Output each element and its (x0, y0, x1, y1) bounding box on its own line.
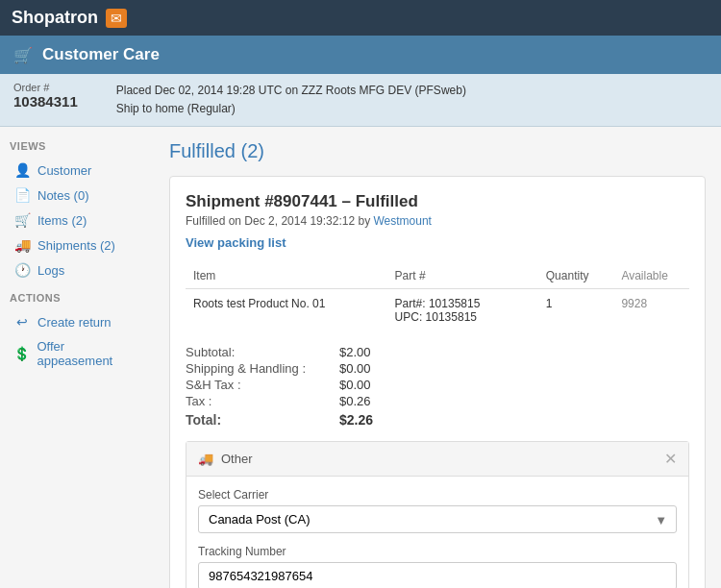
shipping-value: $0.00 (339, 361, 371, 376)
col-header-avail: Available (613, 263, 689, 289)
carrier-label: Select Carrier (198, 488, 677, 502)
subtotal-value: $2.00 (339, 345, 371, 359)
sidebar-item-shipments[interactable]: 🚚 Shipments (2) (10, 233, 144, 257)
totals-sh-tax: S&H Tax : $0.00 (186, 378, 689, 392)
header-title: Customer Care (42, 45, 160, 64)
shipment-sub: Fulfilled on Dec 2, 2014 19:32:12 by Wes… (186, 214, 689, 228)
part-line2: UPC: 10135815 (395, 310, 531, 324)
sidebar-items-label: Items (2) (37, 213, 87, 228)
cell-part: Part#: 10135815 UPC: 10135815 (387, 289, 538, 332)
fulfilled-text: Fulfilled on Dec 2, 2014 19:32:12 by (186, 214, 373, 228)
carrier-select-wrapper: Canada Post (CA) UPS FedEx DHL ▼ (198, 505, 677, 533)
sidebar-item-notes[interactable]: 📄 Notes (0) (10, 183, 144, 208)
totals-shipping: Shipping & Handling : $0.00 (186, 361, 689, 376)
cart-icon: 🛒 (13, 46, 33, 64)
sidebar-item-logs[interactable]: 🕐 Logs (10, 257, 144, 282)
cell-quantity: 1 (538, 289, 614, 332)
content-area: Fulfilled (2) Shipment #8907441 – Fulfil… (154, 127, 721, 588)
tax-value: $0.26 (339, 394, 371, 408)
shipping-label: Shipping & Handling : (186, 361, 339, 376)
subtotal-label: Subtotal: (186, 345, 339, 359)
notes-icon: 📄 (13, 187, 31, 203)
other-label: Other (221, 452, 253, 466)
sidebar-item-offer-appeasement[interactable]: 💲 Offer appeasement (10, 334, 144, 373)
cell-available: 9928 (613, 289, 689, 332)
col-header-part: Part # (387, 263, 538, 289)
col-header-item: Item (186, 263, 387, 289)
create-return-icon: ↩ (13, 314, 31, 330)
top-bar: Shopatron ✉ (0, 0, 721, 36)
shipment-title: Shipment #8907441 – Fulfilled (186, 192, 689, 211)
placed-text: Placed Dec 02, 2014 19:28 UTC on ZZZ Roo… (116, 82, 466, 100)
ship-text: Ship to home (Regular) (116, 100, 466, 118)
main-layout: VIEWS 👤 Customer 📄 Notes (0) 🛒 Items (2)… (0, 127, 721, 588)
totals-subtotal: Subtotal: $2.00 (186, 345, 689, 359)
sidebar-item-customer[interactable]: 👤 Customer (10, 158, 144, 183)
total-value: $2.26 (339, 412, 373, 428)
items-table: Item Part # Quantity Available Roots tes… (186, 263, 689, 331)
totals-section: Subtotal: $2.00 Shipping & Handling : $0… (186, 345, 689, 428)
other-body: Select Carrier Canada Post (CA) UPS FedE… (186, 477, 688, 588)
sidebar-item-create-return[interactable]: ↩ Create return (10, 309, 144, 334)
tracking-input[interactable] (198, 562, 677, 588)
logo-text: Shopatron (12, 8, 98, 28)
logs-icon: 🕐 (13, 262, 31, 278)
sidebar-create-return-label: Create return (37, 315, 112, 330)
cell-item-name: Roots test Product No. 01 (186, 289, 387, 332)
sh-tax-value: $0.00 (339, 378, 371, 392)
other-section: 🚚 Other ✕ Select Carrier Canada Post (CA… (186, 441, 689, 588)
shipments-icon: 🚚 (13, 237, 31, 253)
sh-tax-label: S&H Tax : (186, 378, 339, 392)
other-header: 🚚 Other ✕ (186, 442, 688, 477)
carrier-select[interactable]: Canada Post (CA) UPS FedEx DHL (198, 505, 677, 533)
other-close-button[interactable]: ✕ (664, 450, 677, 468)
tax-label: Tax : (186, 394, 339, 408)
fulfilled-by-link[interactable]: Westmount (373, 214, 431, 228)
items-icon: 🛒 (13, 212, 31, 228)
order-number: 10384311 (13, 93, 78, 110)
truck-icon: 🚚 (198, 452, 213, 466)
page-title: Fulfilled (2) (169, 140, 706, 162)
sidebar-offer-appeasement-label: Offer appeasement (37, 339, 140, 368)
sidebar-customer-label: Customer (37, 163, 91, 178)
sidebar-shipments-label: Shipments (2) (37, 238, 115, 253)
logo-icon: ✉ (106, 9, 127, 28)
customer-icon: 👤 (13, 162, 31, 178)
total-label: Total: (186, 412, 339, 428)
col-header-qty: Quantity (538, 263, 614, 289)
sidebar-logs-label: Logs (37, 263, 64, 278)
tracking-label: Tracking Number (198, 545, 677, 558)
order-info-right: Placed Dec 02, 2014 19:28 UTC on ZZZ Roo… (116, 82, 466, 118)
view-packing-link[interactable]: View packing list (186, 235, 286, 250)
totals-tax: Tax : $0.26 (186, 394, 689, 408)
order-info-bar: Order # 10384311 Placed Dec 02, 2014 19:… (0, 74, 721, 127)
views-label: VIEWS (10, 140, 144, 152)
sidebar: VIEWS 👤 Customer 📄 Notes (0) 🛒 Items (2)… (0, 127, 154, 588)
header-bar: 🛒 Customer Care (0, 36, 721, 74)
offer-appeasement-icon: 💲 (13, 346, 30, 361)
sidebar-notes-label: Notes (0) (37, 188, 88, 203)
other-header-left: 🚚 Other (198, 452, 253, 466)
totals-total: Total: $2.26 (186, 412, 689, 428)
sidebar-item-items[interactable]: 🛒 Items (2) (10, 208, 144, 233)
part-line1: Part#: 10135815 (395, 297, 531, 310)
shipment-card: Shipment #8907441 – Fulfilled Fulfilled … (169, 176, 706, 588)
actions-label: ACTIONS (10, 292, 144, 304)
order-info-left: Order # 10384311 (13, 82, 78, 118)
order-label: Order # (13, 82, 78, 93)
table-row: Roots test Product No. 01 Part#: 1013581… (186, 289, 689, 332)
